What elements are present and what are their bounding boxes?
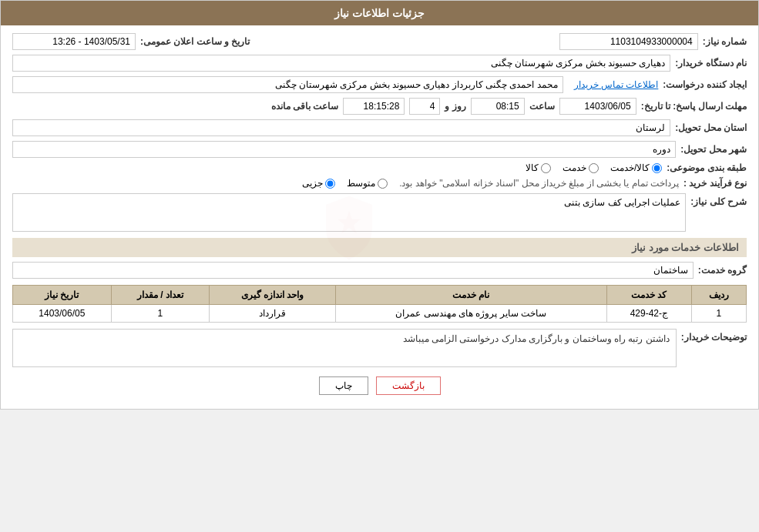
reply-remaining-label: ساعت باقی مانده <box>271 101 339 112</box>
row-description: شرح کلی نیاز: عملیات اجرایی کف سازی بتنی <box>12 193 747 232</box>
row-province: استان محل تحویل: لرستان <box>12 119 747 136</box>
radio-kala-khedmat[interactable] <box>652 163 662 173</box>
radio-label-kala: کالا <box>526 162 539 173</box>
category-label: طبقه بندی موضوعی: <box>667 162 747 173</box>
city-label: شهر محل تحویل: <box>680 144 747 155</box>
col-header-code: کد خدمت <box>606 286 691 305</box>
back-button[interactable]: بازگشت <box>376 376 441 395</box>
cell-code: ج-42-429 <box>606 305 691 323</box>
col-header-name: نام خدمت <box>335 286 606 305</box>
reply-time: 08:15 <box>471 98 525 115</box>
row-purchase-type: نوع فرآیند خرید : پرداخت تمام یا بخشی از… <box>12 178 747 189</box>
purchase-type-label: نوع فرآیند خرید : <box>683 178 747 189</box>
buttons-row: بازگشت چاپ <box>12 376 747 395</box>
row-buyer-desc: توضیحات خریدار: داشتن رتبه راه وساختمان … <box>12 329 747 367</box>
cell-date: 1403/06/05 <box>13 305 112 323</box>
reply-date: 1403/06/05 <box>559 98 636 115</box>
row-need-number: شماره نیاز: 1103104933000004 تاریخ و ساع… <box>12 33 747 50</box>
reply-days: 4 <box>409 98 440 115</box>
services-header-text: اطلاعات خدمات مورد نیاز <box>632 242 739 253</box>
radio-label-motavasset: متوسط <box>347 178 375 189</box>
services-table-section: ردیف کد خدمت نام خدمت واحد اندازه گیری ت… <box>12 285 747 323</box>
contact-link[interactable]: اطلاعات تماس خریدار <box>574 79 659 90</box>
row-requester: ایجاد کننده درخواست: اطلاعات تماس خریدار… <box>12 76 747 93</box>
col-header-unit: واحد اندازه گیری <box>210 286 335 305</box>
reply-remaining: 18:15:28 <box>343 98 405 115</box>
radio-label-kala-khedmat: کالا/خدمت <box>610 162 650 173</box>
row-service-group: گروه خدمت: ساختمان <box>12 262 747 279</box>
services-table: ردیف کد خدمت نام خدمت واحد اندازه گیری ت… <box>12 285 747 323</box>
purchase-note: پرداخت تمام یا بخشی از مبلغ خریداز محل "… <box>399 178 679 189</box>
table-row: 1 ج-42-429 ساخت سایر پروژه های مهندسی عم… <box>13 305 747 323</box>
category-radio-group: کالا/خدمت خدمت کالا <box>526 162 662 173</box>
radio-label-khedmat: خدمت <box>563 162 586 173</box>
city-value: دوره <box>12 141 676 158</box>
buyer-org-value: دهیاری حسیوند بخش مرکزی شهرستان چگنی <box>12 55 670 72</box>
print-button[interactable]: چاپ <box>319 376 368 395</box>
col-header-row: ردیف <box>691 286 746 305</box>
radio-kala[interactable] <box>541 163 551 173</box>
need-number-label: شماره نیاز: <box>703 36 747 47</box>
header-title: جزئیات اطلاعات نیاز <box>334 7 425 19</box>
purchase-radio-group: پرداخت تمام یا بخشی از مبلغ خریداز محل "… <box>302 178 679 189</box>
content-area: شماره نیاز: 1103104933000004 تاریخ و ساع… <box>1 25 758 409</box>
radio-khedmat[interactable] <box>589 163 599 173</box>
date-label: تاریخ و ساعت اعلان عمومی: <box>140 36 250 47</box>
radio-motavasset[interactable] <box>378 179 388 189</box>
reply-days-label: روز و <box>445 101 465 112</box>
service-group-label: گروه خدمت: <box>698 265 747 276</box>
requester-value: محمد احمدی چگنی کاربرداز دهیاری حسیوند ب… <box>12 76 563 93</box>
reply-deadline-label: مهلت ارسال پاسخ: تا تاریخ: <box>641 101 747 112</box>
date-value: 1403/05/31 - 13:26 <box>12 33 136 50</box>
row-buyer-org: نام دستگاه خریدار: دهیاری حسیوند بخش مرک… <box>12 55 747 72</box>
row-category: طبقه بندی موضوعی: کالا/خدمت خدمت کالا <box>12 162 747 173</box>
main-container: جزئیات اطلاعات نیاز شماره نیاز: 11031049… <box>0 0 759 410</box>
cell-unit: قرارداد <box>210 305 335 323</box>
radio-item-kala: کالا <box>526 162 551 173</box>
col-header-date: تاریخ نیاز <box>13 286 112 305</box>
radio-item-kala-khedmat: کالا/خدمت <box>610 162 662 173</box>
radio-item-motavasset: متوسط <box>347 178 388 189</box>
requester-label: ایجاد کننده درخواست: <box>663 79 747 90</box>
page-header: جزئیات اطلاعات نیاز <box>1 1 758 25</box>
province-value: لرستان <box>12 119 670 136</box>
buyer-desc-label: توضیحات خریدار: <box>681 332 747 343</box>
watermark-shield-icon <box>318 193 380 263</box>
row-deadline: مهلت ارسال پاسخ: تا تاریخ: 1403/06/05 سا… <box>12 98 747 115</box>
radio-item-khedmat: خدمت <box>563 162 599 173</box>
buyer-desc-value: داشتن رتبه راه وساختمان و بارگزاری مدارک… <box>12 329 677 367</box>
col-header-qty: تعداد / مقدار <box>111 286 210 305</box>
cell-name: ساخت سایر پروژه های مهندسی عمران <box>335 305 606 323</box>
description-label: شرح کلی نیاز: <box>690 196 747 207</box>
service-group-value: ساختمان <box>12 262 694 279</box>
cell-qty: 1 <box>111 305 210 323</box>
radio-label-jozi: جزیی <box>302 178 323 189</box>
radio-jozi[interactable] <box>325 179 335 189</box>
reply-time-label: ساعت <box>529 101 555 112</box>
description-text: عملیات اجرایی کف سازی بتنی <box>564 197 680 208</box>
cell-row: 1 <box>691 305 746 323</box>
need-number-value: 1103104933000004 <box>559 33 698 50</box>
radio-item-jozi: جزیی <box>302 178 335 189</box>
buyer-desc-text: داشتن رتبه راه وساختمان و بارگزاری مدارک… <box>403 333 670 344</box>
province-label: استان محل تحویل: <box>675 122 747 133</box>
row-city: شهر محل تحویل: دوره <box>12 141 747 158</box>
buyer-org-label: نام دستگاه خریدار: <box>675 58 747 69</box>
